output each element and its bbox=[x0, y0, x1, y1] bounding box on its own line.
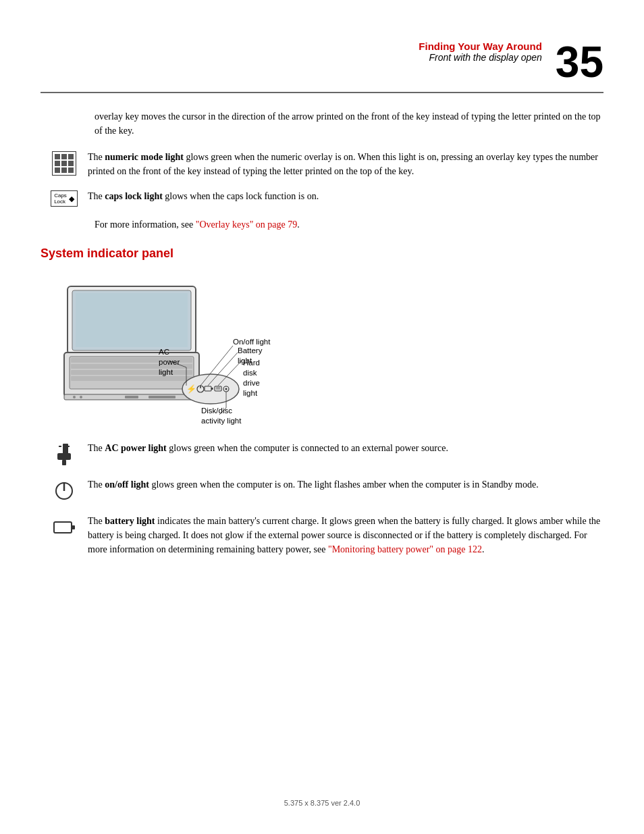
system-indicator-diagram: ⚡ bbox=[54, 273, 603, 421]
numeric-mode-row: The numeric mode light glows green when … bbox=[41, 150, 603, 178]
svg-rect-72 bbox=[72, 525, 75, 529]
page-footer: 5.375 x 8.375 ver 2.4.0 bbox=[0, 799, 644, 807]
ac-power-icon bbox=[51, 442, 78, 467]
page: Finding Your Way Around Front with the d… bbox=[0, 0, 644, 834]
chapter-title: Finding Your Way Around bbox=[419, 41, 541, 52]
footer-text: 5.375 x 8.375 ver 2.4.0 bbox=[284, 799, 360, 807]
main-content: overlay key moves the cursor in the dire… bbox=[0, 109, 644, 556]
svg-rect-51 bbox=[211, 388, 213, 390]
on-off-icon bbox=[52, 479, 76, 503]
header-text-block: Finding Your Way Around Front with the d… bbox=[419, 41, 541, 63]
ac-power-icon-cell bbox=[41, 441, 88, 467]
page-header: Finding Your Way Around Front with the d… bbox=[0, 0, 644, 84]
svg-point-42 bbox=[73, 396, 76, 398]
indicator-description-list: The AC power light glows green when the … bbox=[41, 441, 603, 556]
diagram-svg-wrapper: ⚡ bbox=[54, 273, 263, 421]
numeric-mode-description: The numeric mode light glows green when … bbox=[88, 150, 603, 178]
battery-link[interactable]: "Monitoring battery power" on page 122 bbox=[328, 544, 482, 554]
svg-rect-44 bbox=[125, 396, 138, 398]
svg-text:⚡: ⚡ bbox=[186, 384, 196, 394]
header-divider bbox=[41, 92, 603, 93]
svg-rect-34 bbox=[76, 293, 188, 347]
caps-lock-description: The caps lock light glows when the caps … bbox=[88, 189, 603, 203]
battery-icon-cell bbox=[41, 514, 88, 540]
overlay-reference: For more information, see "Overlay keys"… bbox=[95, 217, 603, 232]
on-off-icon-cell bbox=[41, 477, 88, 503]
caps-lock-icon: CapsLock ◆ bbox=[51, 190, 78, 207]
svg-rect-71 bbox=[54, 522, 72, 533]
overlay-keys-link[interactable]: "Overlay keys" on page 79 bbox=[196, 219, 298, 230]
caps-lock-icon-cell: CapsLock ◆ bbox=[41, 189, 88, 207]
svg-rect-67 bbox=[57, 453, 71, 460]
svg-rect-45 bbox=[149, 396, 176, 398]
battery-icon bbox=[51, 515, 77, 540]
chapter-number: 35 bbox=[556, 41, 603, 84]
intro-paragraph: overlay key moves the cursor in the dire… bbox=[95, 109, 603, 138]
svg-point-56 bbox=[225, 388, 227, 390]
battery-description: The battery light indicates the main bat… bbox=[88, 514, 603, 556]
disk-activity-label-float: Disk/discactivity light bbox=[201, 406, 241, 426]
svg-rect-68 bbox=[62, 460, 66, 465]
battery-row: The battery light indicates the main bat… bbox=[41, 514, 603, 556]
on-off-row: The on/off light glows green when the co… bbox=[41, 477, 603, 503]
hard-disk-label-float: Hard diskdrive light bbox=[243, 358, 263, 398]
chapter-subtitle: Front with the display open bbox=[419, 52, 541, 63]
ac-power-label-float: ACpowerlight bbox=[159, 347, 180, 377]
numeric-mode-icon bbox=[52, 151, 76, 176]
ac-power-description: The AC power light glows green when the … bbox=[88, 441, 603, 455]
svg-rect-64 bbox=[63, 444, 68, 454]
on-off-description: The on/off light glows green when the co… bbox=[88, 477, 603, 492]
section-heading: System indicator panel bbox=[41, 246, 603, 261]
caps-lock-row: CapsLock ◆ The caps lock light glows whe… bbox=[41, 189, 603, 207]
svg-point-43 bbox=[80, 396, 82, 398]
laptop-svg: ⚡ bbox=[54, 273, 263, 418]
ac-power-row: The AC power light glows green when the … bbox=[41, 441, 603, 467]
numeric-mode-icon-cell bbox=[41, 150, 88, 176]
